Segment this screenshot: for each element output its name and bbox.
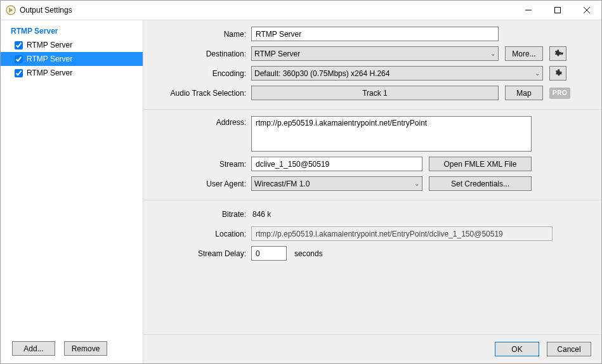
server-item-label: RTMP Server [27,55,72,63]
chevron-down-icon: ⌄ [531,70,540,77]
close-button[interactable] [572,1,601,20]
stream-delay-unit: seconds [293,249,323,258]
main-panel: Name: Destination: RTMP Server ⌄ More...… [143,20,601,363]
server-checkbox[interactable] [15,41,23,49]
svg-rect-2 [555,8,561,13]
stream-delay-label: Stream Delay: [154,249,251,258]
chevron-down-icon: ⌄ [487,50,495,57]
encoding-gear-button[interactable] [549,66,566,81]
chevron-down-icon: ⌄ [410,180,419,187]
server-list-item[interactable]: RTMP Server [1,38,143,52]
useragent-value: Wirecast/FM 1.0 [254,179,310,188]
bitrate-label: Bitrate: [154,210,251,219]
location-label: Location: [154,230,251,238]
panel-general: Name: Destination: RTMP Server ⌄ More...… [143,20,601,109]
encoding-value: Default: 360p30 (0.75Mbps) x264 H.264 [254,69,389,78]
pro-badge: PRO [549,88,570,99]
dialog-footer: OK Cancel [143,334,601,363]
destination-select[interactable]: RTMP Server ⌄ [251,46,499,61]
encoding-label: Encoding: [154,69,251,78]
minimize-button[interactable] [514,1,543,20]
address-textarea[interactable]: rtmp://p.ep50519.i.akamaientrypoint.net/… [251,116,532,152]
stream-delay-input[interactable] [251,246,287,261]
audio-track-button[interactable]: Track 1 [251,86,499,100]
destination-label: Destination: [154,49,251,58]
add-button[interactable]: Add... [12,341,55,356]
set-credentials-button[interactable]: Set Credentials... [429,176,532,191]
stream-label: Stream: [154,160,251,169]
sidebar-header: RTMP Server [1,20,143,38]
server-checkbox[interactable] [15,55,23,63]
useragent-label: User Agent: [154,179,251,188]
app-icon [6,5,16,15]
remove-button[interactable]: Remove [64,341,107,356]
sidebar: RTMP Server RTMP Server RTMP Server RTMP… [1,20,143,363]
server-checkbox[interactable] [15,69,23,77]
ok-button[interactable]: OK [495,342,539,356]
server-item-label: RTMP Server [27,68,72,77]
panel-connection: Address: rtmp://p.ep50519.i.akamaientryp… [143,109,601,200]
map-button[interactable]: Map [505,86,543,100]
open-fmle-button[interactable]: Open FMLE XML File [429,157,532,171]
server-item-label: RTMP Server [27,41,72,49]
bitrate-value: 846 k [251,210,271,219]
destination-value: RTMP Server [254,49,300,58]
titlebar: Output Settings [1,1,601,20]
address-label: Address: [154,116,251,127]
name-label: Name: [154,30,251,39]
more-button[interactable]: More... [505,46,543,61]
stream-input[interactable] [251,157,422,171]
gear-icon [554,69,563,78]
location-value: rtmp://p.ep50519.i.akamaientrypoint.net/… [251,226,553,241]
window-title: Output Settings [20,6,514,15]
cancel-button[interactable]: Cancel [547,342,591,356]
useragent-select[interactable]: Wirecast/FM 1.0 ⌄ [251,176,422,191]
destination-gear-button[interactable]: ▾ [549,46,566,61]
server-list: RTMP Server RTMP Server RTMP Server [1,38,143,334]
chevron-down-icon: ▾ [561,51,563,56]
audio-track-label: Audio Track Selection: [154,89,251,98]
maximize-button[interactable] [543,1,572,20]
encoding-select[interactable]: Default: 360p30 (0.75Mbps) x264 H.264 ⌄ [251,66,543,81]
server-list-item[interactable]: RTMP Server [1,52,143,66]
server-list-item[interactable]: RTMP Server [1,66,143,80]
panel-status: Bitrate: 846 k Location: rtmp://p.ep5051… [143,200,601,270]
name-input[interactable] [251,27,499,41]
